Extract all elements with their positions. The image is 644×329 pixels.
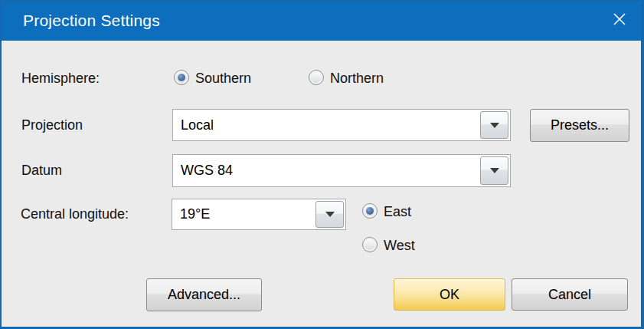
chevron-down-icon [490,123,499,128]
close-icon [612,12,627,27]
titlebar: Projection Settings [0,0,644,41]
datum-label: Datum [21,163,62,179]
datum-dropdown-button[interactable] [480,156,508,185]
ok-button-label: OK [440,287,459,303]
central-longitude-dropdown[interactable]: 19°E [172,199,346,230]
radio-dot-icon [366,207,374,215]
advanced-button-label: Advanced... [168,287,240,303]
advanced-button[interactable]: Advanced... [146,278,262,311]
central-longitude-label: Central longitude: [21,206,129,222]
chevron-down-icon [490,168,499,173]
dialog-title: Projection Settings [23,12,160,30]
close-button[interactable] [601,2,638,37]
hemisphere-northern-label[interactable]: Northern [330,71,384,87]
radio-dot-icon [178,74,185,81]
projection-label: Projection [21,117,83,133]
hemisphere-southern-label[interactable]: Southern [195,71,251,87]
presets-button[interactable]: Presets... [530,109,629,142]
longitude-west-label[interactable]: West [384,238,415,254]
longitude-east-label[interactable]: East [384,204,411,220]
projection-value: Local [181,110,214,140]
presets-button-label: Presets... [551,117,609,133]
chevron-down-icon [325,212,335,217]
central-longitude-dropdown-button[interactable] [315,201,344,228]
projection-dropdown[interactable]: Local [172,109,511,141]
projection-dropdown-button[interactable] [480,111,508,139]
longitude-west-radio[interactable] [362,237,378,252]
hemisphere-label-text: Hemisphere: [21,71,100,87]
datum-dropdown[interactable]: WGS 84 [172,154,511,187]
projection-settings-dialog: Projection Settings Hemisphere: Southern… [0,0,644,329]
cancel-button-label: Cancel [548,287,591,303]
cancel-button[interactable]: Cancel [512,278,628,311]
datum-value: WGS 84 [181,155,233,186]
longitude-east-radio[interactable] [362,203,378,219]
central-longitude-value: 19°E [180,199,210,229]
ok-button[interactable]: OK [394,278,505,311]
hemisphere-northern-radio[interactable] [309,70,324,85]
hemisphere-southern-radio[interactable] [174,70,189,85]
